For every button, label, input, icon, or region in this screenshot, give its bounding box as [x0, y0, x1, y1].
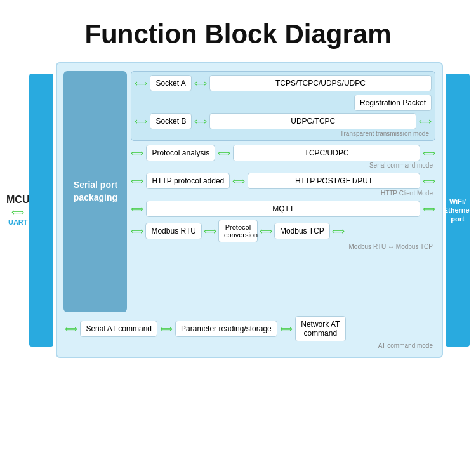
arrow-bottom-mid1: ⟺ [160, 324, 173, 334]
arrow-socket-a-left: ⟺ [135, 78, 147, 88]
modbus-group: ⟺ Modbus RTU ⟺ Protocol conversion ⟺ Mod… [131, 220, 435, 251]
arrow-protocol-left: ⟺ [131, 148, 143, 158]
right-side-block: WiFi/Ethernetport [446, 74, 470, 347]
diagram-wrapper: MCU ⟺ UART Serial port packaging ⟺ Socke… [0, 62, 476, 358]
arrow-socket-b-left: ⟺ [135, 116, 147, 126]
socket-group: ⟺ Socket A ⟺ TCPS/TCPC/UDPS/UDPC Registr… [131, 71, 435, 141]
serial-at-box: Serial AT command [80, 321, 157, 337]
arrow-bottom-mid2: ⟺ [280, 324, 293, 334]
arrow-http-right: ⟺ [232, 176, 245, 186]
at-command-label: AT command mode [63, 342, 435, 349]
serial-command-label: Serial command mode [131, 162, 435, 169]
arrow-modbus-right: ⟺ [260, 226, 272, 236]
protocol-analysis-group: ⟺ Protocol analysis ⟺ TCPC/UDPC ⟺ Serial… [131, 145, 435, 170]
arrow-socket-b-out: ⟺ [419, 116, 432, 126]
protocol-conversion-box: Protocol conversion [218, 220, 258, 242]
tcpc-udpc-box: TCPC/UDPC [233, 145, 420, 161]
mcu-label: MCU [6, 194, 29, 206]
arrow-modbus-mid: ⟺ [204, 226, 216, 236]
arrow-modbus-out: ⟺ [332, 226, 345, 236]
http-row: ⟺ HTTP protocol added ⟺ HTTP POST/GET/PU… [131, 173, 435, 189]
tcps-box: TCPS/TCPC/UDPS/UDPC [209, 75, 432, 91]
http-client-label: HTTP Client Mode [131, 190, 435, 197]
serial-port-block: Serial port packaging [63, 71, 127, 312]
page-title: Function Block Diagram [0, 0, 476, 62]
socket-b-box: Socket B [150, 113, 192, 129]
modbus-rtu-box: Modbus RTU [145, 223, 201, 239]
protocol-analysis-row: ⟺ Protocol analysis ⟺ TCPC/UDPC ⟺ [131, 145, 435, 161]
http-methods-box: HTTP POST/GET/PUT [248, 173, 420, 189]
arrow-modbus-left: ⟺ [131, 226, 143, 236]
param-rw-box: Parameter reading/storage [175, 321, 277, 337]
network-at-box: Network AT command [295, 316, 346, 341]
socket-b-row: ⟺ Socket B ⟺ UDPC/TCPC ⟺ [135, 113, 432, 129]
mqtt-row: ⟺ MQTT ⟺ [131, 201, 435, 217]
transparent-label: Transparent transmission mode [135, 130, 432, 137]
udpc-tcpc-box: UDPC/TCPC [209, 113, 416, 129]
bottom-row: ⟺ Serial AT command ⟺ Parameter reading/… [63, 316, 435, 341]
arrow-http-left: ⟺ [131, 176, 143, 186]
arrow-protocol-right: ⟺ [218, 148, 230, 158]
arrow-protocol-out: ⟺ [423, 148, 435, 158]
registration-sub: Registration Packet [135, 93, 432, 111]
rows-area: ⟺ Socket A ⟺ TCPS/TCPC/UDPS/UDPC Registr… [131, 71, 435, 312]
wifi-label: WiFi/Ethernetport [444, 197, 472, 224]
uart-label: UART [8, 218, 28, 226]
mcu-arrow: ⟺ [11, 207, 24, 217]
arrow-socket-b-right: ⟺ [194, 116, 207, 126]
socket-a-box: Socket A [150, 75, 191, 91]
registration-packet-box: Registration Packet [354, 95, 432, 111]
main-outer: Serial port packaging ⟺ Socket A ⟺ TCPS/… [56, 62, 443, 358]
mcu-block: MCU ⟺ UART [6, 194, 29, 226]
arrow-mqtt-right: ⟺ [423, 204, 435, 214]
mqtt-box: MQTT [146, 201, 420, 217]
protocol-analysis-box: Protocol analysis [146, 145, 215, 161]
modbus-row: ⟺ Modbus RTU ⟺ Protocol conversion ⟺ Mod… [131, 220, 435, 242]
arrow-http-out: ⟺ [423, 176, 435, 186]
arrow-bottom-left: ⟺ [65, 324, 77, 334]
bottom-section: ⟺ Serial AT command ⟺ Parameter reading/… [63, 316, 435, 349]
left-side-block [29, 74, 53, 347]
http-protocol-box: HTTP protocol added [146, 173, 230, 189]
modbus-sub-label: Modbus RTU ↔ Modbus TCP [131, 243, 435, 250]
inner-area: Serial port packaging ⟺ Socket A ⟺ TCPS/… [63, 71, 435, 312]
socket-a-row: ⟺ Socket A ⟺ TCPS/TCPC/UDPS/UDPC [135, 75, 432, 91]
modbus-tcp-box: Modbus TCP [274, 223, 330, 239]
arrow-socket-a-right: ⟺ [194, 78, 207, 88]
http-group: ⟺ HTTP protocol added ⟺ HTTP POST/GET/PU… [131, 173, 435, 198]
arrow-mqtt-left: ⟺ [131, 204, 143, 214]
